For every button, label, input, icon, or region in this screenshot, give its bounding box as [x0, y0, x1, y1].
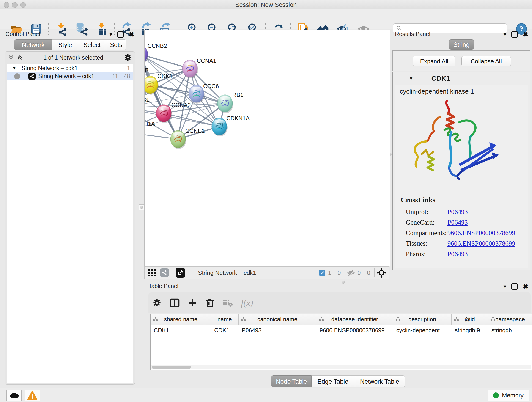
crosslink-link[interactable]: 9606.ENSP00000378699 [447, 240, 515, 247]
tab-string[interactable]: String [449, 39, 474, 50]
tab-sets[interactable]: Sets [106, 39, 127, 50]
entry-content: cyclin-dependent kinase 1 [394, 85, 528, 268]
table-tabs: Node TableEdge TableNetwork Table [144, 375, 532, 387]
memory-button[interactable]: Memory [488, 390, 529, 401]
birds-eye-view-icon[interactable] [376, 268, 386, 278]
table-toolbar: f(x) [148, 293, 531, 313]
control-panel-tabs: NetworkStyleSelectSets [14, 39, 127, 50]
crosslink-link[interactable]: P06493 [447, 250, 468, 258]
table-options-gear-icon[interactable] [152, 298, 161, 307]
panel-menu-icon[interactable]: ▾ [504, 284, 506, 289]
crosslink-link[interactable]: P06493 [447, 208, 468, 216]
table-cell[interactable]: 9606.ENSP00000378699 [317, 327, 393, 334]
selected-checkbox-icon[interactable] [319, 270, 325, 276]
node-label-HIST1H1A: HIST1H1A [145, 121, 155, 127]
tab-style[interactable]: Style [52, 39, 78, 50]
tab-network[interactable]: Network [14, 39, 52, 50]
left-splitter-handle[interactable] [139, 204, 144, 210]
column-header-namespace[interactable]: namespace [488, 314, 532, 325]
network-canvas[interactable]: CCNB2CCNA1CDC25BCDK1CDC6RB1CCNB1CCNA2CDK… [144, 30, 390, 266]
column-header-database-identifier[interactable]: database identifier [317, 314, 393, 325]
table-cell[interactable]: cyclin-dependent ... [393, 327, 452, 334]
function-builder-icon: f(x) [241, 298, 253, 308]
table-cell[interactable]: stringdb [488, 327, 532, 334]
node-label-RB1: RB1 [232, 92, 244, 98]
add-column-icon[interactable] [188, 298, 197, 307]
tab-edge-table[interactable]: Edge Table [312, 375, 354, 387]
results-panel: Results Panel ▾ ✖ String Expand All Coll… [391, 30, 532, 281]
network-status-dot-icon [14, 73, 20, 79]
panel-menu-icon[interactable]: ▾ [109, 32, 112, 37]
network-node-CCNA1[interactable] [182, 60, 198, 78]
scrollbar-thumb[interactable] [152, 366, 191, 369]
network-view-icon[interactable] [160, 268, 169, 277]
network-options-gear-icon[interactable] [124, 54, 132, 61]
horizontal-scrollbar[interactable] [151, 365, 531, 369]
column-header-shared-name[interactable]: shared name [151, 314, 211, 325]
table-panel: Table Panel ▾ ✖ f(x) shared namenamecano… [144, 282, 532, 386]
collapse-all-chevrons-icon[interactable] [8, 55, 14, 61]
float-panel-icon[interactable] [511, 283, 518, 290]
network-selection-status: 1 of 1 Network selected [23, 54, 124, 61]
close-panel-icon[interactable]: ✖ [523, 284, 528, 289]
network-collection-row[interactable]: ▼ String Network – cdk1 1 [7, 64, 133, 72]
network-node-CCNA2[interactable] [156, 104, 172, 123]
network-label: String Network – cdk1 [38, 73, 106, 80]
title-bar: Session: New Session [0, 0, 532, 9]
application-window: Session: New Session [0, 0, 532, 402]
show-columns-icon[interactable] [170, 298, 180, 307]
node-label-CCNA1: CCNA1 [197, 57, 216, 64]
network-row-selected[interactable]: String Network – cdk1 11 48 [7, 72, 133, 80]
crosslink-link[interactable]: 9606.ENSP00000378699 [447, 229, 515, 237]
network-graph[interactable]: CCNB2CCNA1CDC25BCDK1CDC6RB1CCNB1CCNA2CDK… [145, 30, 390, 266]
network-node-CCNE1[interactable] [171, 130, 186, 149]
table-cell[interactable]: CDK1 [151, 327, 211, 334]
table-cell[interactable]: stringdb:9... [452, 327, 488, 334]
node-label-CDK1: CDK1 [157, 73, 173, 79]
warning-button[interactable] [25, 390, 40, 401]
column-header--id[interactable]: @id [452, 314, 488, 325]
crosslink-link[interactable]: P06493 [447, 219, 468, 226]
expand-all-chevrons-icon[interactable] [17, 55, 23, 61]
collection-expander-icon[interactable]: ▼ [7, 65, 17, 71]
crosslinks-list: Uniprot:P06493GeneCard:P06493Compartment… [400, 206, 528, 259]
crosslink-label: Tissues: [406, 240, 447, 247]
table-row[interactable]: CDK1CDK1P064939606.ENSP00000378699cyclin… [151, 325, 532, 335]
close-panel-icon[interactable]: ✖ [129, 32, 134, 37]
float-panel-icon[interactable] [511, 31, 518, 38]
expand-all-button[interactable]: Expand All [413, 56, 456, 66]
table-cell[interactable]: P06493 [239, 327, 317, 334]
hidden-count-label: 0 – 0 [357, 269, 370, 276]
column-header-name[interactable]: name [211, 314, 239, 325]
table-cell[interactable]: CDK1 [211, 327, 239, 334]
window-title: Session: New Session [0, 1, 532, 8]
close-panel-icon[interactable]: ✖ [523, 32, 528, 37]
node-label-CCNB1: CCNB1 [145, 96, 149, 103]
float-panel-icon[interactable] [117, 31, 124, 38]
node-label-CCNB2: CCNB2 [147, 43, 167, 49]
node-label-CDC25B: CDC25B [145, 67, 149, 73]
network-view-title: String Network – cdk1 [198, 269, 256, 276]
selected-count-label: 1 – 0 [328, 269, 341, 276]
collection-count: 1 [118, 65, 130, 71]
column-header-description[interactable]: description [393, 314, 452, 325]
column-header-canonical-name[interactable]: canonical name [239, 314, 317, 325]
network-icon [28, 73, 36, 80]
crosslink-label: GeneCard: [406, 219, 447, 226]
panel-menu-icon[interactable]: ▾ [504, 32, 506, 37]
cloud-button[interactable] [6, 390, 22, 401]
memory-label: Memory [502, 392, 524, 399]
tab-node-table[interactable]: Node Table [271, 375, 312, 387]
network-node-CDK1[interactable] [145, 76, 158, 95]
crosslinks-title: CrossLinks [401, 196, 528, 204]
delete-column-icon[interactable] [205, 298, 215, 307]
network-node-CDKN1A[interactable] [212, 118, 228, 136]
collapse-all-button[interactable]: Collapse All [462, 56, 511, 66]
entry-description: cyclin-dependent kinase 1 [400, 88, 528, 95]
grid-view-icon[interactable] [148, 269, 156, 277]
entry-expander-icon[interactable]: ▼ [409, 76, 413, 81]
tab-select[interactable]: Select [78, 39, 106, 50]
tab-network-table[interactable]: Network Table [354, 375, 405, 387]
detach-view-icon[interactable] [176, 268, 185, 278]
network-node-RB1[interactable] [217, 95, 233, 113]
